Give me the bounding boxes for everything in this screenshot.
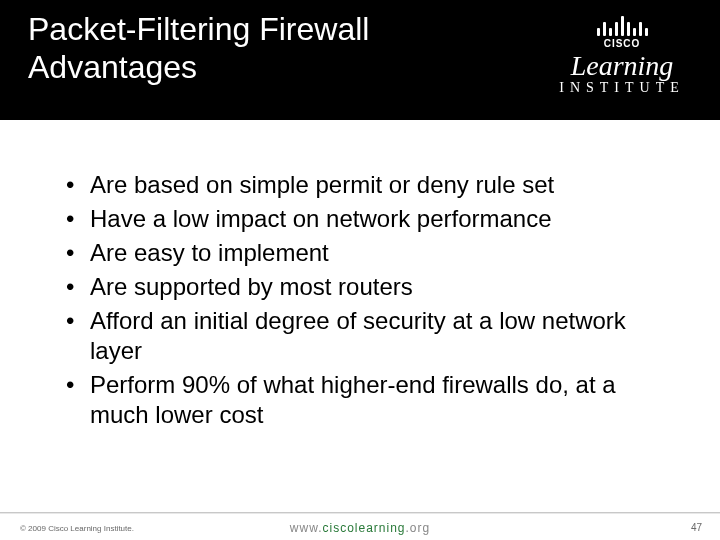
list-item: Have a low impact on network performance — [60, 204, 660, 234]
list-item: Perform 90% of what higher-end firewalls… — [60, 370, 660, 430]
list-item: Are supported by most routers — [60, 272, 660, 302]
list-item: Are easy to implement — [60, 238, 660, 268]
logo-brand-text: CISCO — [542, 38, 702, 49]
cisco-learning-logo: CISCO Learning INSTITUTE — [542, 14, 702, 96]
url-suffix: .org — [406, 521, 431, 535]
list-item: Are based on simple permit or deny rule … — [60, 170, 660, 200]
list-item: Afford an initial degree of security at … — [60, 306, 660, 366]
logo-learning-text: Learning — [542, 53, 702, 78]
url-mid: ciscolearning — [322, 521, 405, 535]
footer-url: www.ciscolearning.org — [290, 521, 430, 535]
title-line-2: Advantages — [28, 49, 197, 85]
logo-institute-text: INSTITUTE — [542, 80, 702, 96]
slide-number: 47 — [691, 522, 702, 533]
copyright-text: © 2009 Cisco Learning Institute. — [20, 524, 134, 533]
bullet-list: Are based on simple permit or deny rule … — [60, 170, 660, 430]
url-prefix: www. — [290, 521, 323, 535]
title-line-1: Packet-Filtering Firewall — [28, 11, 369, 47]
footer-inner: © 2009 Cisco Learning Institute. www.cis… — [0, 513, 720, 540]
slide-title: Packet-Filtering Firewall Advantages — [28, 10, 369, 87]
slide-footer: © 2009 Cisco Learning Institute. www.cis… — [0, 512, 720, 540]
slide-body: Are based on simple permit or deny rule … — [0, 120, 720, 510]
cisco-bars-icon — [542, 14, 702, 36]
slide-header: Packet-Filtering Firewall Advantages CIS… — [0, 0, 720, 120]
